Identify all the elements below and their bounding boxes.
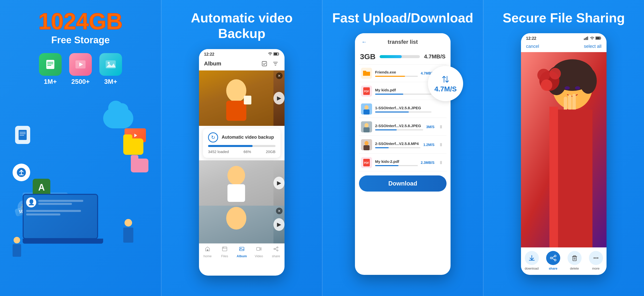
svg-point-68 bbox=[541, 80, 552, 91]
video-play-btn-1[interactable]: ▶ bbox=[273, 92, 285, 104]
file-progress-6 bbox=[375, 165, 418, 166]
file-name-5: 2-SSOInterf...V2.5.8.MP4 bbox=[375, 141, 420, 146]
file-progress-fill-6 bbox=[375, 165, 398, 166]
jpg-file-icon-1 bbox=[361, 103, 372, 115]
sharing-title: Secure File Sharing bbox=[503, 10, 625, 26]
transfer-header: ← transfer list bbox=[355, 33, 451, 50]
nav-item-video[interactable]: Video bbox=[252, 246, 266, 258]
svg-rect-27 bbox=[227, 184, 245, 202]
svg-rect-23 bbox=[244, 96, 251, 104]
backup-loaded: 3452 loaded bbox=[208, 150, 229, 154]
home-nav-icon bbox=[205, 246, 210, 253]
phone-nav-bar: home Files bbox=[199, 243, 285, 262]
svg-rect-46 bbox=[364, 127, 370, 132]
transfer-bar bbox=[380, 55, 420, 58]
svg-rect-73 bbox=[549, 107, 558, 247]
file-progress-fill-5 bbox=[375, 147, 389, 148]
pdf-file-icon-1: PDF bbox=[361, 86, 372, 97]
transfer-file-item-6[interactable]: PDF My kids-2.pdf 2.3MB/S ⏸ bbox=[359, 154, 447, 171]
file-pause-btn-5[interactable]: ⏸ bbox=[437, 141, 445, 148]
photos-label: 3M+ bbox=[104, 78, 117, 86]
sharing-action-delete[interactable]: delete bbox=[568, 251, 582, 270]
video-thumb-sitting[interactable]: ▶ bbox=[199, 160, 285, 206]
transfer-list-title: transfer list bbox=[372, 39, 433, 45]
file-pause-btn-6[interactable]: ⏸ bbox=[437, 159, 445, 166]
transfer-file-item-4[interactable]: 2-SSOInterf...V2.5.8.JPEG 3M/S ⏸ bbox=[359, 118, 447, 136]
transfer-back-btn[interactable]: ← bbox=[360, 38, 369, 46]
svg-point-74 bbox=[554, 255, 556, 257]
download-button[interactable]: Download bbox=[359, 175, 447, 192]
svg-rect-52 bbox=[584, 39, 585, 40]
svg-rect-31 bbox=[207, 249, 208, 251]
svg-rect-70 bbox=[568, 95, 572, 110]
svg-rect-71 bbox=[572, 94, 576, 111]
svg-point-80 bbox=[597, 257, 598, 259]
person-figure-2 bbox=[118, 219, 138, 254]
video-backup-phone: 12:22 bbox=[199, 49, 285, 276]
sharing-action-more[interactable]: more bbox=[589, 251, 603, 270]
sharing-action-share[interactable]: share bbox=[546, 251, 560, 270]
download-action-icon[interactable] bbox=[525, 251, 539, 265]
svg-rect-54 bbox=[586, 37, 587, 40]
svg-point-66 bbox=[537, 69, 550, 82]
video-grid: ✕ ▶ ↻ Automatic video backup 3452 loaded… bbox=[199, 70, 285, 243]
file-progress-4 bbox=[375, 129, 423, 130]
pink-folder-icon bbox=[131, 159, 148, 172]
sharing-action-download[interactable]: download bbox=[525, 251, 539, 270]
svg-point-7 bbox=[108, 62, 110, 64]
nav-item-files[interactable]: Files bbox=[218, 246, 232, 258]
svg-point-62 bbox=[580, 68, 597, 94]
video-play-btn-2[interactable]: ▶ bbox=[273, 177, 285, 189]
more-action-icon[interactable] bbox=[589, 251, 603, 265]
select-all-button[interactable]: select all bbox=[584, 44, 601, 49]
svg-rect-57 bbox=[596, 37, 600, 39]
transfer-file-item-5[interactable]: 2-SSOInterf...V2.5.8.MP4 1.2M/S ⏸ bbox=[359, 136, 447, 154]
svg-rect-22 bbox=[226, 101, 246, 121]
svg-rect-35 bbox=[257, 247, 260, 250]
transfer-title: Fast Upload/Download bbox=[332, 10, 473, 26]
album-nav-icon bbox=[239, 246, 245, 253]
delete-action-label: delete bbox=[570, 267, 579, 270]
video-close-btn[interactable]: ✕ bbox=[276, 72, 283, 79]
filter-icon[interactable] bbox=[271, 60, 279, 68]
video-close-btn-3[interactable]: ✕ bbox=[276, 208, 283, 214]
video-thumb-cafe[interactable]: ✕ ▶ bbox=[199, 70, 285, 126]
file-progress-fill-2 bbox=[375, 94, 403, 95]
delete-action-icon[interactable] bbox=[568, 251, 582, 265]
album-top-icons bbox=[260, 60, 279, 68]
svg-point-75 bbox=[554, 259, 556, 261]
file-pause-btn-4[interactable]: ⏸ bbox=[437, 123, 445, 130]
speed-badge-value: 4.7M/S bbox=[434, 86, 457, 93]
video-play-btn-3[interactable]: ▶ bbox=[273, 218, 285, 231]
files-nav-icon bbox=[222, 246, 227, 253]
video-backup-title: Automatic video Backup bbox=[191, 10, 293, 42]
cloud-icon bbox=[103, 108, 133, 128]
icon-item-photos: 3M+ bbox=[99, 53, 122, 86]
svg-rect-1 bbox=[47, 62, 53, 63]
video-thumb-face[interactable]: ✕ ▶ bbox=[199, 206, 285, 243]
nav-album-label: Album bbox=[237, 254, 247, 258]
file-pause-btn-3[interactable] bbox=[437, 105, 445, 113]
transfer-file-item-3[interactable]: 1-SSOInterf...V2.5.8.JPEG bbox=[359, 100, 447, 118]
storage-title: 1024GB bbox=[38, 10, 123, 33]
cancel-button[interactable]: cancel bbox=[526, 44, 539, 49]
file-info-6: My kids-2.pdf bbox=[375, 159, 418, 166]
sharing-status-bar: 12:22 bbox=[521, 33, 607, 42]
svg-text:PDF: PDF bbox=[364, 90, 369, 93]
nav-item-home[interactable]: home bbox=[201, 246, 215, 258]
svg-point-78 bbox=[593, 257, 595, 259]
transfer-size: 3GB bbox=[360, 52, 376, 61]
nav-item-share[interactable]: share bbox=[269, 246, 283, 258]
sharing-battery-icon bbox=[595, 36, 601, 41]
check-icon[interactable] bbox=[260, 60, 268, 68]
share-action-icon[interactable] bbox=[546, 251, 560, 265]
file-progress-1 bbox=[375, 76, 418, 77]
nav-item-album[interactable]: Album bbox=[235, 246, 249, 258]
storage-illustration: 1024GB High speed download A ⚙️ 👤 bbox=[8, 88, 153, 264]
phone-status-bar: 12:22 bbox=[199, 49, 285, 58]
svg-rect-18 bbox=[262, 61, 267, 66]
more-action-label: more bbox=[592, 267, 600, 270]
sharing-status-icons bbox=[584, 36, 601, 41]
album-top-bar: Album bbox=[199, 58, 285, 70]
svg-marker-15 bbox=[134, 134, 137, 137]
